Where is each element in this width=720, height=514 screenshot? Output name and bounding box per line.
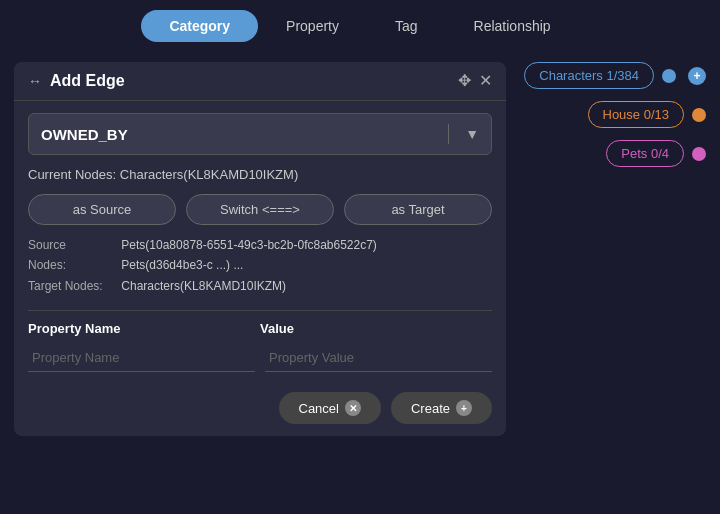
left-panel: ↔️ Add Edge ✥ ✕ OWNED_BY ▼ Current Nodes…	[0, 52, 520, 504]
property-table: Property Name Value	[28, 310, 492, 372]
tab-bar: Category Property Tag Relationship	[0, 0, 720, 52]
source-value: Pets(10a80878-6551-49c3-bc2b-0fc8ab6522c…	[121, 238, 377, 252]
chevron-down-icon: ▼	[465, 126, 479, 142]
cancel-button[interactable]: Cancel ✕	[279, 392, 381, 424]
create-icon: +	[456, 400, 472, 416]
source-label: Source	[28, 235, 118, 255]
tab-relationship[interactable]: Relationship	[446, 10, 579, 42]
move-icon[interactable]: ✥	[458, 73, 471, 89]
prop-col-value-header: Value	[260, 321, 492, 336]
dropdown-value: OWNED_BY	[41, 126, 128, 143]
right-panel: Characters 1/384 + House 0/13 Pets 0/4	[520, 52, 720, 504]
current-nodes-label: Current Nodes:	[28, 167, 116, 182]
as-source-button[interactable]: as Source	[28, 194, 176, 225]
source-row: Source Pets(10a80878-6551-49c3-bc2b-0fc8…	[28, 235, 492, 255]
house-dot	[692, 108, 706, 122]
badge-house: House 0/13	[520, 101, 706, 128]
header-icons: ✥ ✕	[458, 73, 492, 89]
nodes-label: Nodes:	[28, 255, 118, 275]
add-edge-label: Add Edge	[50, 72, 125, 90]
edge-type-dropdown[interactable]: OWNED_BY ▼	[28, 113, 492, 155]
nodes-row: Nodes: Pets(d36d4be3-c ...) ...	[28, 255, 492, 275]
pets-dot	[692, 147, 706, 161]
badge-pets: Pets 0/4	[520, 140, 706, 167]
as-target-button[interactable]: as Target	[344, 194, 492, 225]
switch-button[interactable]: Switch <===>	[186, 194, 334, 225]
edge-arrow-icon: ↔️	[28, 73, 42, 89]
info-section: Source Pets(10a80878-6551-49c3-bc2b-0fc8…	[28, 235, 492, 296]
tab-property[interactable]: Property	[258, 10, 367, 42]
prop-col-name-header: Property Name	[28, 321, 260, 336]
tab-tag[interactable]: Tag	[367, 10, 446, 42]
property-input-row	[28, 344, 492, 372]
dropdown-divider	[448, 124, 449, 144]
property-header: Property Name Value	[28, 321, 492, 336]
nodes-value: Pets(d36d4be3-c ...) ...	[121, 258, 243, 272]
badge-characters: Characters 1/384 +	[520, 62, 706, 89]
target-label: Target Nodes:	[28, 276, 118, 296]
cancel-icon: ✕	[345, 400, 361, 416]
main-content: ↔️ Add Edge ✥ ✕ OWNED_BY ▼ Current Nodes…	[0, 52, 720, 514]
target-value: Characters(KL8KAMD10IKZM)	[121, 279, 286, 293]
characters-plus-icon[interactable]: +	[688, 67, 706, 85]
add-edge-title: ↔️ Add Edge	[28, 72, 125, 90]
badge-house-text[interactable]: House 0/13	[588, 101, 685, 128]
add-edge-header: ↔️ Add Edge ✥ ✕	[14, 62, 506, 101]
direction-buttons: as Source Switch <===> as Target	[28, 194, 492, 225]
cancel-label: Cancel	[299, 401, 339, 416]
badge-characters-text[interactable]: Characters 1/384	[524, 62, 654, 89]
property-value-input[interactable]	[265, 344, 492, 372]
close-icon[interactable]: ✕	[479, 73, 492, 89]
create-button[interactable]: Create +	[391, 392, 492, 424]
property-name-input[interactable]	[28, 344, 255, 372]
current-nodes-value: Characters(KL8KAMD10IKZM)	[120, 167, 298, 182]
action-row: Cancel ✕ Create +	[28, 392, 492, 424]
badge-pets-text[interactable]: Pets 0/4	[606, 140, 684, 167]
create-label: Create	[411, 401, 450, 416]
characters-dot	[662, 69, 676, 83]
target-row: Target Nodes: Characters(KL8KAMD10IKZM)	[28, 276, 492, 296]
add-edge-body: OWNED_BY ▼ Current Nodes: Characters(KL8…	[14, 101, 506, 436]
tab-category[interactable]: Category	[141, 10, 258, 42]
current-nodes: Current Nodes: Characters(KL8KAMD10IKZM)	[28, 165, 492, 184]
